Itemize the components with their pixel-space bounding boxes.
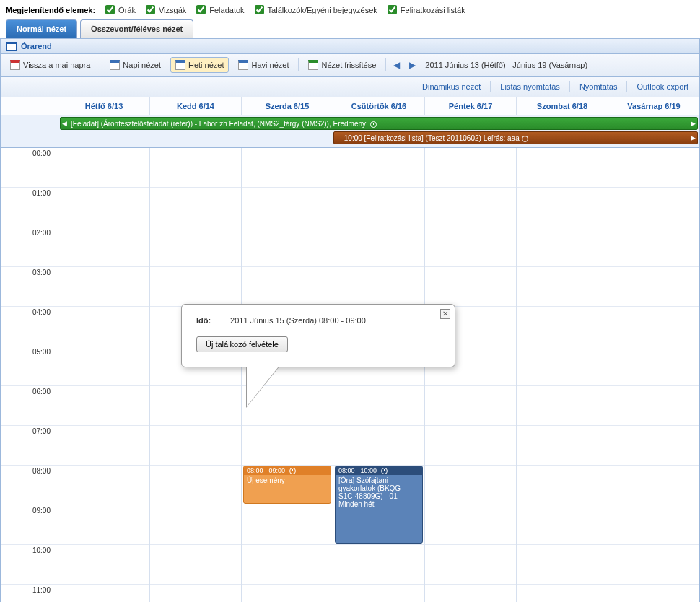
day-header-tue[interactable]: Kedd 6/14 — [150, 97, 242, 115]
refresh-icon — [308, 60, 318, 70]
dynamic-view-button[interactable]: Dinamikus nézet — [416, 79, 487, 94]
time-label: 03:00 — [1, 267, 58, 307]
week-view-icon — [175, 60, 185, 70]
time-label: 08:00 — [1, 466, 58, 505]
tab-normal[interactable]: Normál nézet — [6, 19, 77, 38]
day-view-icon — [110, 60, 120, 70]
day-columns: 08:00 - 09:00 Új esemény 08:00 - 10:00 [… — [58, 148, 699, 602]
day-header-mon[interactable]: Hétfő 6/13 — [58, 97, 150, 115]
time-label: 05:00 — [1, 346, 58, 386]
panel-title: Órarend — [21, 42, 52, 51]
view-tabs: Normál nézet Összevont/féléves nézet — [0, 19, 700, 38]
time-label: 02:00 — [1, 227, 58, 267]
calendar-body: Hétfő 6/13 Kedd 6/14 Szerda 6/15 Csütört… — [1, 97, 699, 602]
month-view-icon — [238, 60, 248, 70]
filter-meetings[interactable]: Találkozók/Egyéni bejegyzések — [252, 3, 377, 17]
date-range: 2011 Június 13 (Hétfő) - Június 19 (Vasá… — [425, 61, 587, 69]
week-view-button[interactable]: Heti nézet — [170, 57, 229, 73]
calendar-toolbar-secondary: Dinamikus nézet Listás nyomtatás Nyomtat… — [1, 77, 699, 97]
time-label: 06:00 — [1, 386, 58, 426]
time-label: 04:00 — [1, 307, 58, 346]
clock-icon — [522, 136, 528, 142]
clock-icon — [381, 468, 388, 474]
clock-icon — [289, 468, 296, 474]
day-view-button[interactable]: Napi nézet — [105, 57, 166, 73]
time-label: 11:00 — [1, 585, 58, 602]
refresh-button[interactable]: Nézet frissítése — [303, 57, 381, 73]
filter-signups-checkbox[interactable] — [388, 5, 397, 14]
day-col-thu[interactable]: 08:00 - 10:00 [Óra] Szófajtani gyakorlat… — [333, 148, 425, 602]
allday-area: ◀ [Feladat] (Árontesztelősfeladat (reter… — [1, 115, 699, 148]
prev-week-button[interactable]: ◀ — [390, 59, 402, 71]
new-meeting-button[interactable]: Új találkozó felvétele — [196, 336, 288, 352]
allday-signup-event[interactable]: 10:00 [Feliratkozási lista] (Teszt 20110… — [333, 131, 698, 144]
popup-time-value: 2011 Június 15 (Szerda) 08:00 - 09:00 — [230, 316, 366, 325]
filter-classes[interactable]: Órák — [102, 3, 136, 17]
filter-tasks-checkbox[interactable] — [196, 5, 206, 14]
day-header-wed[interactable]: Szerda 6/15 — [242, 97, 333, 115]
event-popup: s ✕ Idő: 2011 Június 15 (Szerda) 08:00 -… — [181, 304, 455, 367]
print-list-button[interactable]: Listás nyomtatás — [494, 79, 566, 94]
day-header-sat[interactable]: Szombat 6/18 — [517, 97, 608, 115]
filter-signups[interactable]: Feliratkozási listák — [385, 3, 465, 17]
month-view-button[interactable]: Havi nézet — [233, 57, 294, 73]
clock-icon — [370, 121, 377, 128]
tab-aggregate[interactable]: Összevont/féléves nézet — [80, 19, 193, 38]
filter-classes-checkbox[interactable] — [105, 5, 115, 14]
time-label: 07:00 — [1, 426, 58, 466]
today-icon — [10, 60, 20, 70]
day-header-sun[interactable]: Vasárnap 6/19 — [608, 97, 699, 115]
allday-task-event[interactable]: ◀ [Feladat] (Árontesztelősfeladat (reter… — [60, 117, 698, 130]
time-label: 01:00 — [1, 188, 58, 227]
filters-label: Megjelenítendő elemek: — [6, 6, 95, 14]
outlook-export-button[interactable]: Outlook export — [630, 79, 695, 94]
time-label: 09:00 — [1, 505, 58, 545]
filter-meetings-checkbox[interactable] — [255, 5, 264, 14]
calendar-icon — [6, 42, 17, 51]
day-header-thu[interactable]: Csütörtök 6/16 — [333, 97, 425, 115]
filter-exams[interactable]: Vizsgák — [143, 3, 186, 17]
day-header-fri[interactable]: Péntek 6/17 — [425, 97, 517, 115]
day-col-tue[interactable] — [150, 148, 242, 602]
calendar-toolbar: Vissza a mai napra Napi nézet Heti nézet… — [1, 54, 699, 77]
new-event[interactable]: 08:00 - 09:00 Új esemény — [243, 466, 331, 504]
arrow-right-icon: ▶ — [691, 131, 696, 144]
filter-exams-checkbox[interactable] — [146, 5, 155, 14]
day-col-fri[interactable] — [425, 148, 517, 602]
time-grid: 00:00 01:00 02:00 03:00 04:00 05:00 06:0… — [1, 148, 699, 602]
time-label: 00:00 — [1, 148, 58, 188]
time-label: 10:00 — [1, 545, 58, 585]
popup-close-button[interactable]: ✕ — [440, 309, 450, 319]
class-event[interactable]: 08:00 - 10:00 [Óra] Szófajtani gyakorlat… — [335, 466, 423, 544]
day-col-mon[interactable] — [58, 148, 150, 602]
calendar-panel: Órarend Vissza a mai napra Napi nézet He… — [0, 38, 700, 602]
display-filters: Megjelenítendő elemek: Órák Vizsgák Fela… — [0, 0, 700, 19]
today-button[interactable]: Vissza a mai napra — [5, 57, 95, 73]
time-column: 00:00 01:00 02:00 03:00 04:00 05:00 06:0… — [1, 148, 58, 602]
filter-tasks[interactable]: Feladatok — [193, 3, 244, 17]
print-button[interactable]: Nyomtatás — [573, 79, 624, 94]
next-week-button[interactable]: ▶ — [406, 59, 418, 71]
arrow-left-icon: ◀ — [62, 117, 67, 130]
day-col-sat[interactable] — [517, 148, 608, 602]
arrow-right-icon: ▶ — [691, 117, 696, 130]
day-col-sun[interactable] — [608, 148, 699, 602]
panel-header: Órarend — [1, 39, 699, 54]
popup-time-label: Idő: — [196, 316, 228, 325]
day-header-row: Hétfő 6/13 Kedd 6/14 Szerda 6/15 Csütört… — [1, 97, 699, 115]
